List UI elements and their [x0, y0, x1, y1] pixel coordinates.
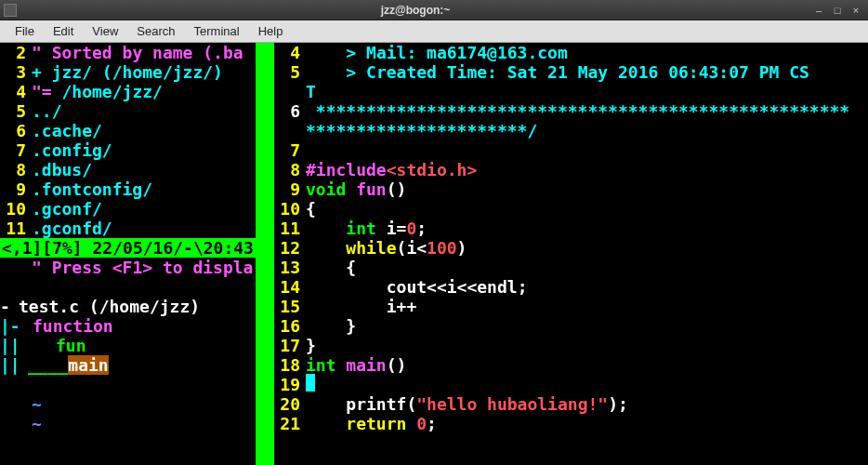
help-hint: Press <F1> to displa	[42, 258, 254, 277]
mail-value: ma6174@163.com	[416, 43, 568, 62]
line-num: 8	[274, 160, 306, 179]
line-num: 3	[0, 62, 32, 82]
tagbar-main[interactable]: main	[68, 355, 108, 375]
fn-main: main	[336, 355, 387, 375]
string-literal: "hello hubaoliang!"	[416, 394, 608, 414]
menu-edit[interactable]: Edit	[44, 21, 83, 41]
line-num: 18	[274, 355, 306, 375]
menu-file[interactable]: File	[6, 21, 44, 41]
line-num: 11	[274, 219, 306, 238]
vertical-split[interactable]	[256, 43, 274, 465]
line-num: 19	[274, 375, 306, 394]
line-num: 9	[274, 179, 306, 199]
fn-fun: fun	[346, 179, 386, 199]
line-num: 4	[0, 82, 32, 101]
created-time: Sat 21 May 2016 06:43:07 PM CS	[497, 62, 809, 82]
dir-fontconfig[interactable]: .fontconfig/	[32, 179, 256, 199]
app-icon	[4, 4, 17, 17]
tagbar-fun[interactable]: fun	[56, 336, 86, 355]
dir-gconf[interactable]: .gconf/	[32, 199, 256, 219]
tilde-icon: ~	[32, 414, 42, 433]
line-num: 10	[0, 199, 32, 219]
line-num: 8	[0, 160, 32, 179]
cursor	[306, 374, 315, 392]
include-header: <stdio.h>	[387, 160, 478, 179]
line-num: 2	[0, 43, 32, 62]
close-button[interactable]: ×	[848, 3, 864, 18]
dir-gconfd[interactable]: .gconfd/	[32, 219, 256, 238]
left-pane[interactable]: 2" Sorted by name (.ba 3+ jzz/ (/home/jz…	[0, 43, 256, 465]
include-directive: #include	[306, 160, 387, 179]
line-num: 20	[274, 394, 306, 414]
line-num: 11	[0, 219, 32, 238]
dir-dbus[interactable]: .dbus/	[32, 160, 256, 179]
line-num: 4	[274, 43, 306, 62]
line-num: 10	[274, 199, 306, 219]
nerdtree-sort-label: Sorted by name (.ba	[42, 43, 243, 62]
line-num: 17	[274, 336, 306, 355]
line-num: 14	[274, 277, 306, 297]
tagbar-file: test.c (/home/jzz)	[19, 297, 200, 316]
window-title: jzz@bogon:~	[20, 4, 810, 17]
line-num-current: 6	[274, 101, 306, 121]
line-num: 7	[0, 140, 32, 160]
menu-view[interactable]: View	[83, 21, 127, 41]
right-pane[interactable]: 4 > Mail: ma6174@163.com 5 > Created Tim…	[274, 43, 868, 465]
menu-help[interactable]: Help	[249, 21, 293, 41]
line-num: 13	[274, 258, 306, 277]
line-num: 16	[274, 316, 306, 336]
menubar: File Edit View Search Terminal Help	[0, 20, 868, 43]
menu-terminal[interactable]: Terminal	[185, 21, 249, 41]
tagbar-section: function	[33, 316, 113, 336]
line-num: 21	[274, 414, 306, 433]
editor: 2" Sorted by name (.ba 3+ jzz/ (/home/jz…	[0, 43, 868, 465]
menu-search[interactable]: Search	[127, 21, 184, 41]
line-num: 9	[0, 179, 32, 199]
maximize-button[interactable]: □	[829, 3, 846, 18]
line-num: 15	[274, 297, 306, 316]
left-statusline: <,1][7%] 22/05/16/-\20:43	[0, 238, 256, 258]
dir-config[interactable]: .config/	[32, 140, 256, 160]
line-num: 12	[274, 238, 306, 258]
line-num: 6	[0, 121, 32, 140]
tilde-icon: ~	[32, 394, 42, 414]
dir-cache[interactable]: .cache/	[32, 121, 256, 140]
minimize-button[interactable]: –	[810, 3, 827, 18]
line-num: 7	[274, 140, 306, 160]
line-num: 5	[0, 101, 32, 121]
nerdtree-path: /home/jzz/	[52, 82, 163, 101]
window-titlebar: jzz@bogon:~ – □ ×	[0, 0, 868, 20]
line-num: 5	[274, 62, 306, 82]
dir-parent[interactable]: ../	[32, 101, 256, 121]
nerdtree-root: jzz/ (/home/jzz/)	[42, 62, 223, 82]
comment-divider: ****************************************…	[306, 101, 868, 121]
